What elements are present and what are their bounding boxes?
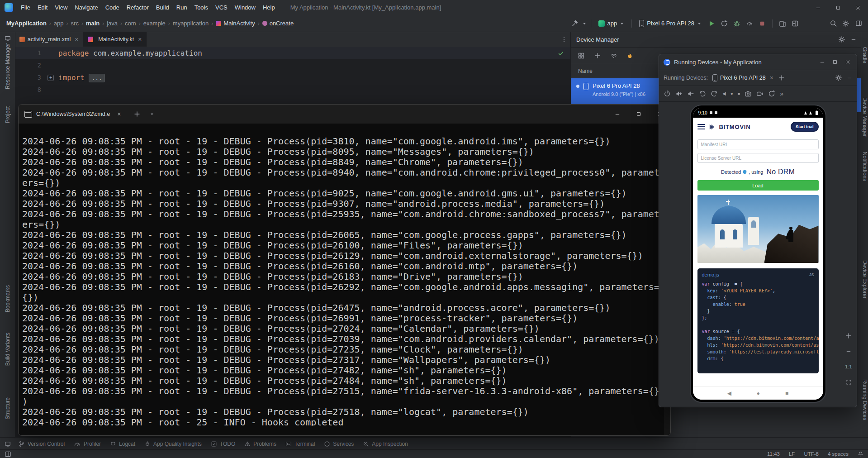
tab-dropdown-icon[interactable] xyxy=(150,112,154,116)
tool-window-toggle-icon[interactable] xyxy=(5,451,11,458)
tool-window-logcat[interactable]: Logcat xyxy=(106,439,139,448)
breadcrumb-myapplication[interactable]: MyApplication xyxy=(6,20,47,27)
editor-tab-activity-main-xml[interactable]: activity_main.xml× xyxy=(15,32,83,47)
tab-options-icon[interactable] xyxy=(560,36,568,43)
tool-button-device-manager[interactable]: Device Manager xyxy=(862,97,868,137)
back-button[interactable]: ◀ xyxy=(722,91,726,96)
close-tab-icon[interactable]: × xyxy=(75,36,78,43)
search-everywhere-button[interactable] xyxy=(827,18,839,29)
build-hammer-icon[interactable] xyxy=(569,18,581,29)
nav-overview-icon[interactable]: ■ xyxy=(785,391,788,396)
run-button[interactable] xyxy=(706,18,717,29)
device-mirror-icon[interactable] xyxy=(777,18,788,29)
device-manager-settings-icon[interactable] xyxy=(838,36,845,43)
pair-wifi-icon[interactable] xyxy=(610,52,617,59)
menu-vcs[interactable]: VCS xyxy=(212,0,231,15)
breadcrumb-app[interactable]: app xyxy=(54,20,64,27)
tool-window-services[interactable]: Services xyxy=(320,439,358,448)
close-button[interactable] xyxy=(841,59,854,65)
rotate-right-button[interactable] xyxy=(711,90,718,97)
tool-button-notifications[interactable]: Notifications xyxy=(862,152,868,181)
device-tab[interactable]: Pixel 6 Pro API 28 × xyxy=(712,74,773,81)
tool-button-structure[interactable]: Structure xyxy=(5,397,11,420)
close-tab-icon[interactable]: × xyxy=(770,75,773,81)
tool-window-problems[interactable]: Problems xyxy=(240,439,280,448)
notifications-icon[interactable] xyxy=(858,451,863,457)
tool-button-build-variants[interactable]: Build Variants xyxy=(5,333,11,366)
device-selector[interactable]: Pixel 6 Pro API 28 xyxy=(636,18,705,29)
menu-refactor[interactable]: Refactor xyxy=(123,0,152,15)
tool-window-app-quality-insights[interactable]: App Quality Insights xyxy=(140,439,206,448)
license-server-input[interactable] xyxy=(697,153,819,163)
start-trial-button[interactable]: Start trial xyxy=(791,122,819,132)
breadcrumb-oncreate[interactable]: onCreate xyxy=(262,20,294,27)
menu-window[interactable]: Window xyxy=(231,0,259,15)
new-tab-button[interactable] xyxy=(133,110,141,118)
file-encoding[interactable]: UTF-8 xyxy=(804,451,819,457)
menu-run[interactable]: Run xyxy=(173,0,191,15)
tool-windows-icon[interactable] xyxy=(5,441,11,447)
minimize-button[interactable] xyxy=(607,105,628,124)
load-button[interactable]: Load xyxy=(697,180,819,191)
screen-record-button[interactable] xyxy=(756,90,764,97)
breadcrumb-mainactivity[interactable]: MainActivity xyxy=(216,20,255,27)
hide-panel-icon[interactable] xyxy=(851,37,856,42)
settings-icon[interactable] xyxy=(835,74,842,81)
more-actions-icon[interactable]: » xyxy=(780,91,783,97)
rotate-left-button[interactable] xyxy=(699,90,706,97)
run-configuration-selector[interactable]: app xyxy=(595,18,628,29)
menu-help[interactable]: Help xyxy=(259,0,279,15)
profiler-button[interactable] xyxy=(744,18,755,29)
close-tab-icon[interactable]: × xyxy=(117,111,121,117)
caret-position[interactable]: 11:43 xyxy=(767,451,780,457)
video-player[interactable] xyxy=(697,195,819,263)
tool-button-gradle[interactable]: Gradle xyxy=(862,47,868,63)
indent-setting[interactable]: 4 spaces xyxy=(828,451,849,457)
maximize-button[interactable] xyxy=(828,0,848,15)
debug-button[interactable] xyxy=(731,18,743,29)
volume-down-button[interactable] xyxy=(687,90,694,97)
zoom-in-button[interactable] xyxy=(844,331,854,341)
tool-button-bookmarks[interactable]: Bookmarks xyxy=(5,285,11,312)
menu-navigate[interactable]: Navigate xyxy=(71,0,101,15)
power-button[interactable] xyxy=(664,90,671,97)
settings-button[interactable] xyxy=(840,18,852,29)
add-device-icon[interactable] xyxy=(594,52,601,59)
tool-window-terminal[interactable]: Terminal xyxy=(281,439,319,448)
menu-code[interactable]: Code xyxy=(102,0,123,15)
breadcrumb-example[interactable]: example xyxy=(143,20,166,27)
maximize-button[interactable] xyxy=(829,59,841,65)
hamburger-menu-icon[interactable] xyxy=(697,124,705,129)
breadcrumb-src[interactable]: src xyxy=(71,20,79,27)
device-grid-icon[interactable] xyxy=(578,52,585,59)
line-separator[interactable]: LF xyxy=(789,451,795,457)
rerun-button[interactable] xyxy=(718,18,730,29)
terminal-title-bar[interactable]: C:\Windows\System32\cmd.e × xyxy=(19,105,670,124)
firebase-icon[interactable] xyxy=(626,52,633,59)
code-tab-demo-js[interactable]: demo.js xyxy=(702,272,720,277)
manifest-url-input[interactable] xyxy=(697,139,819,149)
tool-window-profiler[interactable]: Profiler xyxy=(70,439,105,449)
tool-button-project[interactable]: Project xyxy=(5,106,11,123)
breadcrumb-myapplication[interactable]: myapplication xyxy=(173,20,209,27)
volume-up-button[interactable] xyxy=(675,90,683,97)
tool-window-todo[interactable]: TODO xyxy=(207,439,239,448)
editor-tab-mainactivity-kt[interactable]: MainActivity.kt× xyxy=(83,32,147,47)
tool-button-running-devices[interactable]: Running Devices xyxy=(862,379,868,420)
brand-name[interactable]: BITMOVIN xyxy=(719,124,751,130)
tool-button-device-explorer[interactable]: Device Explorer xyxy=(862,260,868,299)
tool-button-resource-manager[interactable]: Resource Manager xyxy=(5,43,11,89)
chevron-down-icon[interactable] xyxy=(582,21,587,26)
zoom-fit-button[interactable] xyxy=(844,377,854,387)
menu-file[interactable]: File xyxy=(17,0,34,15)
tool-window-version-control[interactable]: Version Control xyxy=(14,439,69,448)
close-button[interactable] xyxy=(848,0,868,15)
nav-back-icon[interactable]: ◀ xyxy=(727,391,731,396)
menu-edit[interactable]: Edit xyxy=(34,0,51,15)
overview-button[interactable]: ■ xyxy=(738,92,740,96)
tool-window-app-inspection[interactable]: App Inspection xyxy=(359,439,412,448)
hide-window-icon[interactable] xyxy=(847,75,852,81)
fold-expand-icon[interactable]: + xyxy=(47,75,54,81)
screenshot-button[interactable] xyxy=(745,90,752,97)
restart-button[interactable] xyxy=(768,90,775,97)
